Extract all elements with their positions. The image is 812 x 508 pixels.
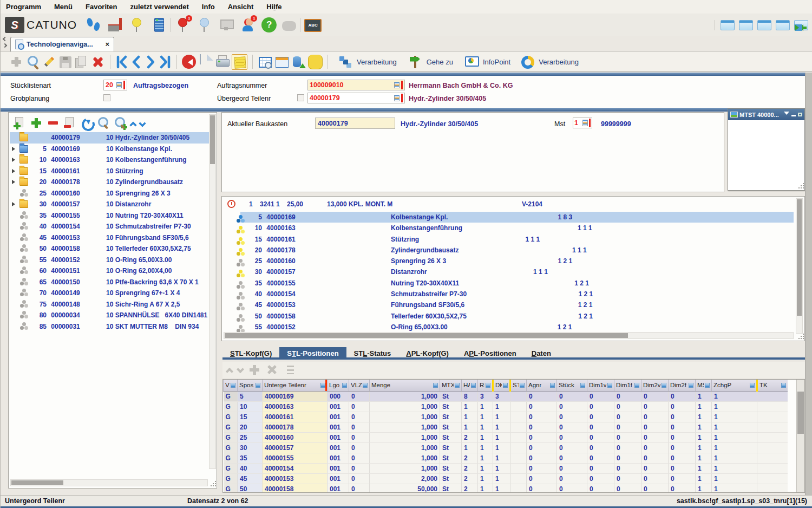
cell[interactable]: 0 bbox=[587, 412, 614, 422]
tree-row[interactable]: 65 40000150 10 Ptfe-Backring 63,6 X 70 X… bbox=[10, 277, 209, 288]
cell[interactable]: 1 bbox=[712, 484, 757, 493]
tree-horizontal-scrollbar[interactable] bbox=[10, 479, 208, 486]
tree-row[interactable]: 60 40000151 10 O-Ring 62,00X4,00 bbox=[10, 265, 209, 277]
auftragsnummer-field[interactable]: 100009010 bbox=[307, 80, 405, 90]
cell[interactable]: 1 bbox=[462, 442, 478, 453]
window-split-arrows-icon[interactable] bbox=[794, 20, 808, 30]
cell[interactable]: 1,000 bbox=[370, 391, 440, 401]
cell[interactable]: St bbox=[440, 412, 462, 422]
mtst-titlebar[interactable]: MTST 40000... bbox=[728, 109, 804, 120]
cell[interactable]: 0 bbox=[557, 484, 587, 493]
grid-row[interactable]: G 30 40000157 001 0 1,000 St 1 1 1 0 0 0 bbox=[224, 442, 788, 453]
cell[interactable] bbox=[510, 463, 527, 473]
cell[interactable]: 1 bbox=[493, 484, 510, 493]
window-icon[interactable] bbox=[776, 20, 790, 30]
cell[interactable]: 30 bbox=[238, 442, 263, 453]
cell[interactable] bbox=[510, 453, 527, 463]
remove-node-icon[interactable] bbox=[63, 116, 76, 129]
tree-row[interactable]: 10 40000163 10 Kolbenstangenführung bbox=[10, 154, 209, 166]
tree-vertical-scrollbar[interactable] bbox=[209, 114, 216, 469]
delete-icon[interactable] bbox=[90, 55, 105, 69]
cell[interactable]: 2 bbox=[462, 432, 478, 442]
tree-row[interactable]: 30 40000157 10 Distanzrohr bbox=[10, 199, 209, 210]
column-header[interactable]: ST bbox=[510, 380, 527, 391]
cell[interactable]: 1 bbox=[493, 453, 510, 463]
column-header[interactable]: RK bbox=[478, 380, 493, 391]
tree-row[interactable]: 25 40000160 10 Sprengring 26 X 3 bbox=[10, 188, 209, 199]
expander-icon[interactable] bbox=[12, 158, 15, 162]
cell[interactable]: St bbox=[440, 422, 462, 432]
cell[interactable]: St bbox=[440, 401, 462, 412]
cell[interactable]: 0 bbox=[587, 484, 614, 493]
cell[interactable]: 0 bbox=[614, 453, 641, 463]
comment-icon[interactable] bbox=[308, 55, 323, 69]
tab-close-icon[interactable]: × bbox=[105, 41, 109, 48]
cell[interactable]: 0 bbox=[527, 391, 557, 401]
cell[interactable]: 0 bbox=[527, 432, 557, 442]
cell[interactable]: 0 bbox=[349, 473, 370, 484]
cell[interactable]: 0 bbox=[527, 473, 557, 484]
cell[interactable]: 1,000 bbox=[370, 453, 440, 463]
cell[interactable]: 1 bbox=[712, 432, 757, 442]
cell[interactable]: 1,000 bbox=[370, 463, 440, 473]
cell[interactable]: 0 bbox=[614, 422, 641, 432]
cell[interactable]: 0 bbox=[527, 463, 557, 473]
cell[interactable]: 1 bbox=[493, 412, 510, 422]
cell[interactable]: 0 bbox=[587, 391, 614, 401]
filter-icon[interactable] bbox=[750, 383, 755, 388]
column-header[interactable]: Dim2f bbox=[669, 380, 696, 391]
infopoint-button[interactable]: InfoPoint bbox=[463, 55, 510, 69]
help-icon[interactable]: ? bbox=[261, 17, 277, 32]
column-header[interactable]: VLZ bbox=[349, 380, 370, 391]
cell[interactable]: 0 bbox=[669, 432, 696, 442]
database-upload-icon[interactable] bbox=[291, 55, 306, 69]
window-icon[interactable] bbox=[739, 20, 753, 30]
position-row[interactable]: 40 40000154 Schmutzabstreifer P7-30 1 2 … bbox=[223, 289, 794, 299]
position-row[interactable]: 30 40000157 Distanzrohr 1 1 1 bbox=[223, 266, 794, 277]
cell[interactable]: 1 bbox=[696, 401, 712, 412]
cell[interactable]: St bbox=[440, 432, 462, 442]
cell[interactable] bbox=[757, 484, 788, 493]
filter-icon[interactable] bbox=[607, 383, 612, 388]
cell[interactable]: 0 bbox=[349, 442, 370, 453]
cell[interactable] bbox=[757, 401, 788, 412]
cell[interactable]: 0 bbox=[614, 484, 641, 493]
cell[interactable]: 0 bbox=[587, 463, 614, 473]
cell[interactable]: 001 bbox=[328, 432, 349, 442]
cell[interactable] bbox=[510, 432, 527, 442]
grid-row[interactable]: G 25 40000160 001 0 1,000 St 2 1 1 0 0 0 bbox=[224, 432, 788, 442]
cell[interactable] bbox=[757, 422, 788, 432]
cell[interactable]: St bbox=[440, 484, 462, 493]
lookup-grid-icon[interactable] bbox=[116, 82, 122, 88]
column-header[interactable]: Agnr bbox=[527, 380, 557, 391]
cell[interactable]: 1 bbox=[712, 422, 757, 432]
cell[interactable]: 40000157 bbox=[263, 442, 328, 453]
cell[interactable]: 0 bbox=[557, 422, 587, 432]
cell[interactable] bbox=[757, 463, 788, 473]
position-row[interactable]: 25 40000160 Sprengring 26 X 3 1 2 1 bbox=[223, 256, 794, 266]
tree-row[interactable]: 15 40000161 10 Stützring bbox=[10, 166, 209, 177]
cell[interactable]: 0 bbox=[349, 453, 370, 463]
cell[interactable]: 1,000 bbox=[370, 432, 440, 442]
cell[interactable]: 35 bbox=[238, 453, 263, 463]
support-person-icon[interactable]: 1 bbox=[240, 17, 256, 33]
cell[interactable]: 0 bbox=[349, 412, 370, 422]
cell[interactable]: 1 bbox=[712, 463, 757, 473]
cell[interactable]: 0 bbox=[641, 473, 669, 484]
cell[interactable]: 0 bbox=[641, 412, 669, 422]
filter-icon[interactable] bbox=[320, 383, 325, 388]
filter-icon[interactable] bbox=[471, 383, 476, 388]
cell[interactable]: 0 bbox=[557, 412, 587, 422]
tree-row[interactable]: 45 40000153 10 Führungsband SF30/5,6 bbox=[10, 232, 209, 244]
cell[interactable]: 0 bbox=[669, 484, 696, 493]
resize-grip[interactable] bbox=[797, 334, 804, 340]
cell[interactable]: G bbox=[224, 463, 238, 473]
cell[interactable]: 2 bbox=[462, 463, 478, 473]
cell[interactable]: 0 bbox=[669, 401, 696, 412]
cell[interactable]: 1 bbox=[478, 442, 493, 453]
cell[interactable]: 1,000 bbox=[370, 442, 440, 453]
move-up-icon[interactable] bbox=[129, 121, 137, 129]
filter-icon[interactable] bbox=[550, 383, 555, 388]
filter-icon[interactable] bbox=[781, 383, 786, 388]
cell[interactable]: 25 bbox=[238, 432, 263, 442]
